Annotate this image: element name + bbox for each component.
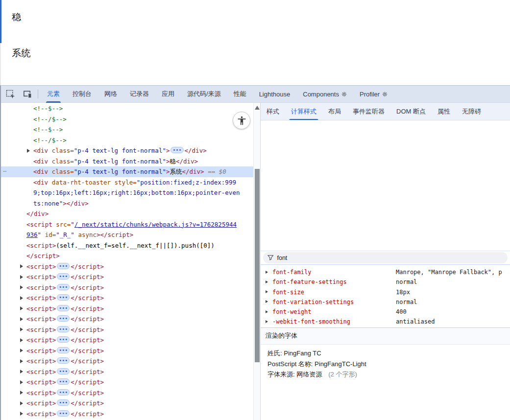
expand-arrow-icon[interactable] [27, 149, 30, 153]
computed-property-row[interactable]: -webkit-font-smoothingantialiased [261, 317, 510, 327]
inline-expand-icon[interactable]: ••• [57, 273, 70, 280]
dom-tree-line[interactable]: ⋯<div class="p-4 text-lg font-normal">系统… [1, 166, 253, 177]
dom-tree-line[interactable]: <script>(self.__next_f=self.__next_f||[]… [1, 240, 253, 251]
expand-arrow-icon[interactable] [20, 275, 23, 279]
row-menu-ellipsis-icon[interactable]: ⋯ [3, 166, 7, 177]
expand-arrow-icon[interactable] [20, 401, 23, 405]
computed-property-row[interactable]: font-weight400 [261, 307, 510, 317]
dom-tree-line[interactable]: <script>•••</script> [1, 346, 253, 356]
dom-tree-line[interactable]: <div class="p-4 text-lg font-normal">稳</… [1, 156, 253, 167]
inline-expand-icon[interactable]: ••• [57, 284, 70, 290]
dom-tree-line[interactable]: <!--$--> [1, 124, 253, 135]
dom-tree-line[interactable]: <script>•••</script> [1, 303, 253, 314]
scrollbar-up-arrow-icon[interactable] [255, 106, 260, 110]
inline-expand-icon[interactable]: ••• [57, 263, 70, 269]
computed-property-row[interactable]: font-feature-settingsnormal [261, 277, 510, 287]
computed-filter-pill[interactable] [263, 252, 508, 263]
dom-tree-line[interactable]: <script src="/_next/static/chunks/webpac… [1, 219, 253, 230]
inline-expand-icon[interactable]: ••• [57, 378, 70, 385]
inspect-cursor-button[interactable] [2, 87, 18, 101]
dom-tree-line[interactable]: <script>•••</script> [1, 409, 253, 420]
expand-arrow-icon[interactable] [20, 296, 23, 300]
inline-expand-icon[interactable]: ••• [57, 336, 70, 343]
dom-tree-line[interactable]: </div> [1, 209, 253, 219]
expand-arrow-icon[interactable] [20, 412, 23, 416]
expand-arrow-icon[interactable] [20, 264, 23, 268]
dom-tree-line[interactable]: <script>•••</script> [1, 282, 253, 293]
expand-arrow-icon[interactable] [20, 391, 23, 395]
sidebar-tab-dom-breakpoints[interactable]: DOM 断点 [390, 103, 432, 120]
devtools-tab-console[interactable]: 控制台 [66, 86, 98, 103]
elements-scrollbar[interactable] [253, 103, 260, 420]
dom-tree-line[interactable]: <script>•••</script> [1, 314, 253, 325]
sidebar-tab-properties[interactable]: 属性 [432, 103, 456, 120]
dom-tree-line[interactable]: <script>•••</script> [1, 398, 253, 409]
scrollbar-thumb[interactable] [255, 169, 260, 362]
inline-expand-icon[interactable]: ••• [57, 389, 70, 396]
sidebar-tab-styles[interactable]: 样式 [261, 103, 285, 120]
inline-expand-icon[interactable]: ••• [57, 305, 70, 311]
devtools-tab-elements[interactable]: 元素 [41, 86, 66, 103]
dom-tree-line[interactable]: <script>•••</script> [1, 272, 253, 282]
expand-arrow-icon[interactable] [20, 317, 23, 321]
device-toolbar-button[interactable] [20, 87, 35, 101]
sidebar-tab-computed[interactable]: 计算样式 [285, 103, 322, 120]
inline-expand-icon[interactable]: ••• [57, 315, 70, 322]
inline-expand-icon[interactable]: ••• [57, 326, 70, 332]
dom-tree-line[interactable]: <script>•••</script> [1, 367, 253, 377]
expand-arrow-icon[interactable] [20, 285, 23, 289]
dom-tree-line[interactable]: <!--$--> [1, 103, 253, 114]
inline-expand-icon[interactable]: ••• [57, 294, 70, 301]
dom-tree-line[interactable]: 9;top:16px;left:16px;right:16px;bottom:1… [1, 187, 253, 198]
dom-tree-line[interactable]: <div class="p-4 text-lg font-normal">•••… [1, 145, 253, 156]
dom-tree-line[interactable]: <!--/$--> [1, 114, 253, 125]
dom-tree-line[interactable]: <script>•••</script> [1, 261, 253, 272]
devtools-tab-lighthouse[interactable]: Lighthouse [253, 86, 297, 103]
dom-tree-line[interactable]: <div data-rht-toaster style="position:fi… [1, 177, 253, 188]
dom-tree-line[interactable]: <script>•••</script> [1, 293, 253, 303]
accessibility-widget-button[interactable] [233, 112, 250, 129]
sidebar-tab-event-listeners[interactable]: 事件监听器 [347, 103, 390, 120]
expand-arrow-icon[interactable] [20, 327, 23, 331]
computed-filter-input[interactable] [277, 255, 503, 261]
dom-tree-line[interactable]: <script>•••</script> [1, 335, 253, 346]
expand-arrow-icon[interactable] [20, 380, 23, 384]
devtools-tab-application[interactable]: 应用 [155, 86, 181, 103]
inline-expand-icon[interactable]: ••• [170, 147, 183, 153]
expand-arrow-icon[interactable] [266, 300, 268, 303]
dom-tree-line[interactable]: <script>•••</script> [1, 325, 253, 335]
expand-arrow-icon[interactable] [266, 280, 268, 283]
dom-tree-line[interactable]: <script>•••</script> [1, 388, 253, 398]
computed-property-row[interactable]: font-variation-settingsnormal [261, 297, 510, 307]
dom-tree-line[interactable]: </script> [1, 251, 253, 261]
devtools-tab-performance[interactable]: 性能 [227, 86, 253, 103]
devtools-tab-components[interactable]: Components [296, 86, 353, 103]
devtools-tab-network[interactable]: 网络 [98, 86, 123, 103]
dom-tree-line[interactable]: 936" id="_R_" async></script> [1, 230, 253, 240]
dom-tree-line[interactable]: ts:none"></div> [1, 198, 253, 209]
expand-arrow-icon[interactable] [20, 349, 23, 352]
sidebar-tab-layout[interactable]: 布局 [322, 103, 347, 120]
expand-arrow-icon[interactable] [20, 359, 23, 363]
computed-property-row[interactable]: font-size18px [261, 287, 510, 297]
devtools-tab-recorder[interactable]: 记录器 [123, 86, 155, 103]
inline-expand-icon[interactable]: ••• [57, 357, 70, 364]
sidebar-tab-accessibility[interactable]: 无障碍 [456, 103, 487, 120]
computed-property-row[interactable]: font-familyManrope, "Manrope Fallback", … [261, 267, 510, 277]
expand-arrow-icon[interactable] [20, 338, 23, 342]
expand-arrow-icon[interactable] [266, 320, 268, 323]
dom-tree-line[interactable]: <script>•••</script> [1, 356, 253, 367]
devtools-tab-profiler[interactable]: Profiler [353, 86, 394, 103]
expand-arrow-icon[interactable] [20, 306, 23, 310]
inline-expand-icon[interactable]: ••• [57, 399, 70, 406]
expand-arrow-icon[interactable] [266, 310, 268, 313]
dom-tree-line[interactable]: <script>•••</script> [1, 377, 253, 388]
devtools-tab-sources[interactable]: 源代码/来源 [181, 86, 227, 103]
expand-arrow-icon[interactable] [20, 370, 23, 373]
dom-tree-line[interactable]: <!--/$--> [1, 135, 253, 146]
inline-expand-icon[interactable]: ••• [57, 347, 70, 353]
expand-arrow-icon[interactable] [266, 271, 268, 274]
inline-expand-icon[interactable]: ••• [57, 368, 70, 374]
expand-arrow-icon[interactable] [266, 290, 268, 293]
inline-expand-icon[interactable]: ••• [57, 410, 70, 417]
